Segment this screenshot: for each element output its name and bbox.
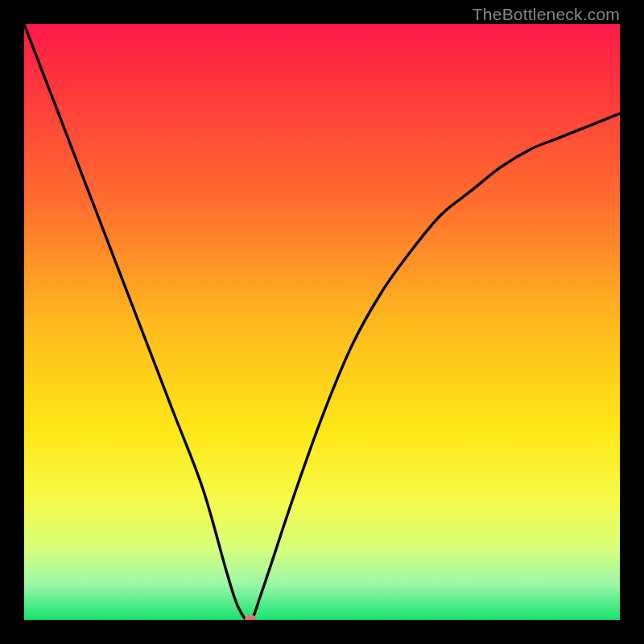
watermark-text: TheBottleneck.com xyxy=(473,5,620,24)
bottleneck-curve xyxy=(24,24,620,620)
minimum-marker xyxy=(245,615,256,620)
plot-area xyxy=(24,24,620,620)
